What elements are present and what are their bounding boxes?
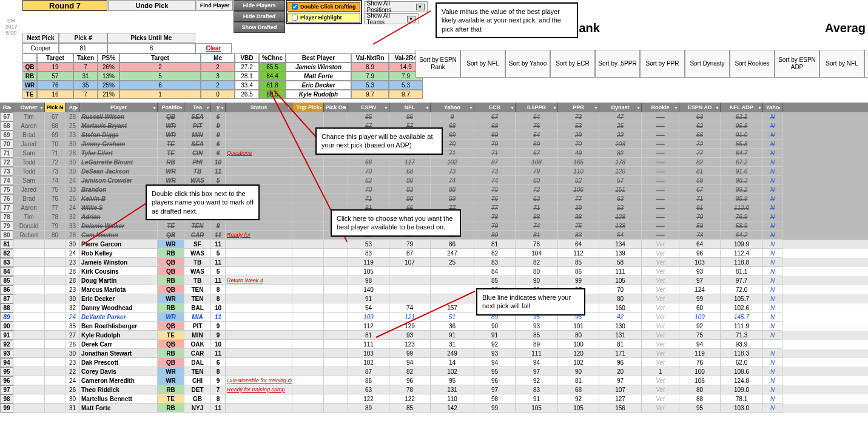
player-name-cell[interactable]: Martellus Bennett [80,394,158,404]
pick-cell[interactable] [45,367,66,376]
undo-pick-button[interactable]: Undo Pick [108,0,196,11]
player-name-cell[interactable]: Jimmy Graham [80,140,158,149]
column-header[interactable]: Yaho▼ [763,103,782,112]
pick-cell[interactable]: 71 [45,149,66,158]
player-name-cell[interactable]: Jameis Winston [80,258,158,267]
player-name-cell[interactable]: Delanie Walker [80,221,158,231]
pick-cell[interactable] [45,240,66,249]
column-header[interactable]: Ra▼ [0,103,13,112]
player-name-cell[interactable]: LeGarrette Blount [80,158,158,167]
filter-icon[interactable]: ▼ [179,106,183,110]
sort-button[interactable]: Sort by ECR [550,50,595,78]
pick-cell[interactable] [45,340,66,349]
player-name-cell[interactable]: Marcus Mariota [80,285,158,294]
player-name-cell[interactable]: DeSean Jackson [80,167,158,176]
pick-cell[interactable] [45,358,66,367]
player-highlight-checkbox[interactable]: Player Highlight [288,13,360,22]
filter-icon[interactable]: ▼ [384,106,388,110]
filter-icon[interactable]: ▼ [425,106,429,110]
pick-cell[interactable] [45,276,66,285]
filter-icon[interactable]: ▼ [206,106,210,110]
pick-cell[interactable] [45,376,66,385]
pick-cell[interactable]: 68 [45,121,66,130]
sort-button[interactable]: Sort by NFL [460,50,505,78]
player-name-cell[interactable]: Dak Prescott [80,358,158,367]
player-name-cell[interactable]: Pierre Garcon [80,240,158,249]
player-name-cell[interactable]: Corey Davis [80,367,158,376]
filter-icon[interactable]: ▼ [8,106,12,110]
column-header[interactable]: ECR▼ [474,103,516,112]
column-header[interactable]: Rookie▼ [642,103,679,112]
player-name-cell[interactable]: DeVante Parker [80,313,158,322]
player-name-cell[interactable]: Russell Wilson [80,112,158,121]
pick-cell[interactable]: 69 [45,130,66,140]
column-header[interactable]: NFL▼ [389,103,431,112]
player-name-cell[interactable]: Theo Riddick [80,385,158,394]
column-header[interactable]: NFL ADP▼ [721,103,763,112]
column-header[interactable]: Pick N▼ [45,103,66,112]
column-header[interactable]: Ag▼ [66,103,80,112]
sort-button[interactable]: Sort by ESPN ADP [775,50,819,78]
sort-button[interactable]: Sor Yah [864,50,868,78]
column-header[interactable]: Status▼ [226,103,292,112]
hide-drafted-button[interactable]: Hide Drafted [234,11,285,22]
sort-button[interactable]: Sort Rookies [730,50,775,78]
column-header[interactable]: ESPN▼ [348,103,389,112]
filter-icon[interactable]: ▼ [60,106,64,110]
sort-button[interactable]: Sort by ESPN Rank [415,50,460,78]
pick-cell[interactable] [45,294,66,303]
filter-icon[interactable]: ▼ [758,106,762,110]
pick-cell[interactable]: 70 [45,140,66,149]
filter-icon[interactable]: ▼ [777,106,781,110]
pick-cell[interactable] [45,404,66,413]
show-drafted-button[interactable]: Show Drafted [234,22,285,33]
filter-icon[interactable]: ▼ [510,106,514,110]
player-name-cell[interactable]: Stefon Diggs [80,130,158,140]
column-header[interactable]: Player▼ [80,103,158,112]
show-positions-dropdown[interactable]: Show All Positions ▼ [364,1,428,12]
pick-cell[interactable]: 77 [45,203,66,212]
pick-cell[interactable] [45,349,66,358]
player-name-cell[interactable]: Matt Forte [80,404,158,413]
filter-icon[interactable]: ▼ [343,106,347,110]
filter-icon[interactable]: ▼ [636,106,641,110]
pick-cell[interactable] [45,249,66,258]
column-header[interactable]: Pick On▼ [324,103,348,112]
player-name-cell[interactable]: Derek Carr [80,340,158,349]
column-header[interactable]: Positio▼ [158,103,184,112]
pick-cell[interactable] [45,313,66,322]
player-name-cell[interactable]: Kirk Cousins [80,267,158,276]
pick-cell[interactable]: 80 [45,231,66,240]
filter-icon[interactable]: ▼ [594,106,598,110]
pick-cell[interactable]: 76 [45,194,66,203]
find-player-button[interactable]: Find Player [197,0,233,11]
pick-cell[interactable]: 72 [45,158,66,167]
column-header[interactable]: Dynast▼ [599,103,642,112]
player-name-cell[interactable]: Cameron Meredith [80,376,158,385]
sort-button[interactable]: Sort by NFL [819,50,864,78]
column-header[interactable]: ESPN AD▼ [679,103,721,112]
clear-link[interactable]: Clear [206,45,221,52]
pick-cell[interactable]: 73 [45,167,66,176]
filter-icon[interactable]: ▼ [553,106,557,110]
pick-cell[interactable] [45,258,66,267]
pick-cell[interactable] [45,394,66,404]
filter-icon[interactable]: ▼ [674,106,678,110]
pick-cell[interactable] [45,322,66,331]
pick-cell[interactable] [45,285,66,294]
player-name-cell[interactable]: Tyler Eifert [80,149,158,158]
filter-icon[interactable]: ▼ [75,106,79,110]
column-header[interactable]: Tea▼ [184,103,211,112]
player-name-cell[interactable]: Doug Martin [80,276,158,285]
filter-icon[interactable]: ▼ [318,106,323,110]
sort-button[interactable]: Sort by PPR [640,50,685,78]
pick-cell[interactable] [45,331,66,340]
column-header[interactable]: y▼ [211,103,226,112]
player-name-cell[interactable]: Eric Decker [80,294,158,303]
filter-icon[interactable]: ▼ [39,106,44,110]
pick-cell[interactable]: 78 [45,212,66,221]
column-header[interactable]: PPR▼ [558,103,599,112]
sort-button[interactable]: Sort Dynasty [685,50,730,78]
column-header[interactable]: Yahoo▼ [431,103,474,112]
filter-icon[interactable]: ▼ [220,106,224,110]
